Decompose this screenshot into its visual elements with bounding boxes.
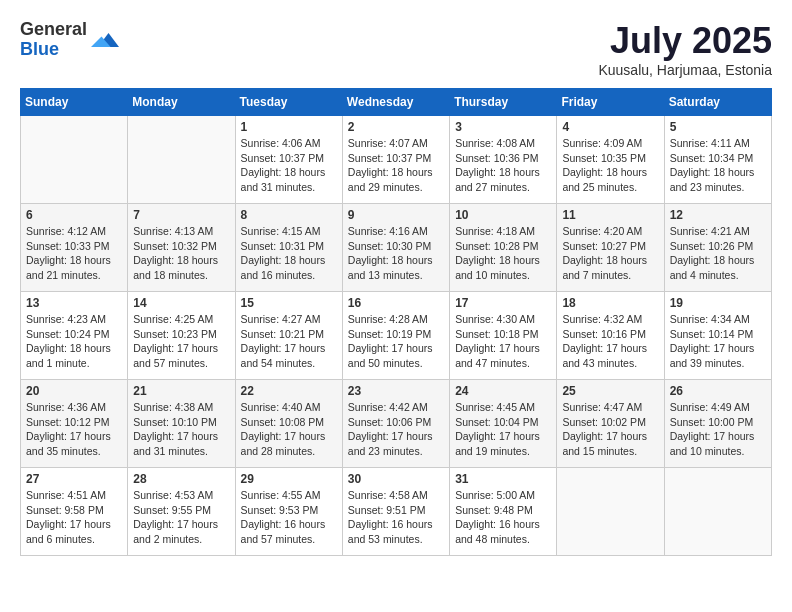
day-number: 3 — [455, 120, 551, 134]
cell-info: Sunrise: 4:55 AMSunset: 9:53 PMDaylight:… — [241, 488, 337, 547]
day-number: 15 — [241, 296, 337, 310]
cell-info: Sunrise: 4:16 AMSunset: 10:30 PMDaylight… — [348, 224, 444, 283]
logo: General Blue — [20, 20, 119, 60]
calendar-week-row: 27Sunrise: 4:51 AMSunset: 9:58 PMDayligh… — [21, 468, 772, 556]
calendar-cell: 31Sunrise: 5:00 AMSunset: 9:48 PMDayligh… — [450, 468, 557, 556]
day-number: 25 — [562, 384, 658, 398]
page-header: General Blue July 2025 Kuusalu, Harjumaa… — [20, 20, 772, 78]
day-number: 6 — [26, 208, 122, 222]
calendar-cell: 28Sunrise: 4:53 AMSunset: 9:55 PMDayligh… — [128, 468, 235, 556]
cell-info: Sunrise: 4:34 AMSunset: 10:14 PMDaylight… — [670, 312, 766, 371]
cell-info: Sunrise: 4:27 AMSunset: 10:21 PMDaylight… — [241, 312, 337, 371]
day-number: 12 — [670, 208, 766, 222]
calendar-cell: 10Sunrise: 4:18 AMSunset: 10:28 PMDaylig… — [450, 204, 557, 292]
day-number: 4 — [562, 120, 658, 134]
calendar-header-row: SundayMondayTuesdayWednesdayThursdayFrid… — [21, 89, 772, 116]
cell-info: Sunrise: 4:30 AMSunset: 10:18 PMDaylight… — [455, 312, 551, 371]
day-number: 13 — [26, 296, 122, 310]
day-number: 26 — [670, 384, 766, 398]
calendar-cell: 15Sunrise: 4:27 AMSunset: 10:21 PMDaylig… — [235, 292, 342, 380]
calendar-cell — [664, 468, 771, 556]
day-number: 2 — [348, 120, 444, 134]
cell-info: Sunrise: 4:13 AMSunset: 10:32 PMDaylight… — [133, 224, 229, 283]
logo-icon — [91, 26, 119, 54]
calendar-week-row: 6Sunrise: 4:12 AMSunset: 10:33 PMDayligh… — [21, 204, 772, 292]
logo-blue-text: Blue — [20, 40, 87, 60]
month-year: July 2025 — [598, 20, 772, 62]
cell-info: Sunrise: 4:38 AMSunset: 10:10 PMDaylight… — [133, 400, 229, 459]
cell-info: Sunrise: 4:47 AMSunset: 10:02 PMDaylight… — [562, 400, 658, 459]
calendar-day-header: Wednesday — [342, 89, 449, 116]
calendar-table: SundayMondayTuesdayWednesdayThursdayFrid… — [20, 88, 772, 556]
day-number: 1 — [241, 120, 337, 134]
day-number: 21 — [133, 384, 229, 398]
calendar-week-row: 20Sunrise: 4:36 AMSunset: 10:12 PMDaylig… — [21, 380, 772, 468]
calendar-cell: 22Sunrise: 4:40 AMSunset: 10:08 PMDaylig… — [235, 380, 342, 468]
calendar-cell: 26Sunrise: 4:49 AMSunset: 10:00 PMDaylig… — [664, 380, 771, 468]
day-number: 5 — [670, 120, 766, 134]
calendar-cell: 8Sunrise: 4:15 AMSunset: 10:31 PMDayligh… — [235, 204, 342, 292]
day-number: 8 — [241, 208, 337, 222]
cell-info: Sunrise: 4:09 AMSunset: 10:35 PMDaylight… — [562, 136, 658, 195]
day-number: 19 — [670, 296, 766, 310]
cell-info: Sunrise: 4:28 AMSunset: 10:19 PMDaylight… — [348, 312, 444, 371]
day-number: 7 — [133, 208, 229, 222]
calendar-cell: 4Sunrise: 4:09 AMSunset: 10:35 PMDayligh… — [557, 116, 664, 204]
cell-info: Sunrise: 4:18 AMSunset: 10:28 PMDaylight… — [455, 224, 551, 283]
day-number: 27 — [26, 472, 122, 486]
calendar-day-header: Friday — [557, 89, 664, 116]
calendar-cell: 16Sunrise: 4:28 AMSunset: 10:19 PMDaylig… — [342, 292, 449, 380]
calendar-day-header: Saturday — [664, 89, 771, 116]
calendar-cell: 19Sunrise: 4:34 AMSunset: 10:14 PMDaylig… — [664, 292, 771, 380]
cell-info: Sunrise: 4:21 AMSunset: 10:26 PMDaylight… — [670, 224, 766, 283]
day-number: 10 — [455, 208, 551, 222]
cell-info: Sunrise: 4:40 AMSunset: 10:08 PMDaylight… — [241, 400, 337, 459]
day-number: 20 — [26, 384, 122, 398]
cell-info: Sunrise: 4:12 AMSunset: 10:33 PMDaylight… — [26, 224, 122, 283]
cell-info: Sunrise: 4:36 AMSunset: 10:12 PMDaylight… — [26, 400, 122, 459]
calendar-cell: 7Sunrise: 4:13 AMSunset: 10:32 PMDayligh… — [128, 204, 235, 292]
cell-info: Sunrise: 4:49 AMSunset: 10:00 PMDaylight… — [670, 400, 766, 459]
cell-info: Sunrise: 4:06 AMSunset: 10:37 PMDaylight… — [241, 136, 337, 195]
calendar-cell: 24Sunrise: 4:45 AMSunset: 10:04 PMDaylig… — [450, 380, 557, 468]
cell-info: Sunrise: 5:00 AMSunset: 9:48 PMDaylight:… — [455, 488, 551, 547]
calendar-cell: 1Sunrise: 4:06 AMSunset: 10:37 PMDayligh… — [235, 116, 342, 204]
cell-info: Sunrise: 4:15 AMSunset: 10:31 PMDaylight… — [241, 224, 337, 283]
day-number: 9 — [348, 208, 444, 222]
day-number: 16 — [348, 296, 444, 310]
calendar-cell: 29Sunrise: 4:55 AMSunset: 9:53 PMDayligh… — [235, 468, 342, 556]
calendar-cell: 3Sunrise: 4:08 AMSunset: 10:36 PMDayligh… — [450, 116, 557, 204]
calendar-cell — [128, 116, 235, 204]
day-number: 31 — [455, 472, 551, 486]
calendar-cell: 25Sunrise: 4:47 AMSunset: 10:02 PMDaylig… — [557, 380, 664, 468]
day-number: 22 — [241, 384, 337, 398]
calendar-cell: 9Sunrise: 4:16 AMSunset: 10:30 PMDayligh… — [342, 204, 449, 292]
cell-info: Sunrise: 4:20 AMSunset: 10:27 PMDaylight… — [562, 224, 658, 283]
calendar-cell: 2Sunrise: 4:07 AMSunset: 10:37 PMDayligh… — [342, 116, 449, 204]
day-number: 11 — [562, 208, 658, 222]
cell-info: Sunrise: 4:11 AMSunset: 10:34 PMDaylight… — [670, 136, 766, 195]
day-number: 30 — [348, 472, 444, 486]
day-number: 14 — [133, 296, 229, 310]
calendar-cell: 21Sunrise: 4:38 AMSunset: 10:10 PMDaylig… — [128, 380, 235, 468]
logo-general-text: General — [20, 20, 87, 40]
cell-info: Sunrise: 4:32 AMSunset: 10:16 PMDaylight… — [562, 312, 658, 371]
cell-info: Sunrise: 4:07 AMSunset: 10:37 PMDaylight… — [348, 136, 444, 195]
calendar-cell: 20Sunrise: 4:36 AMSunset: 10:12 PMDaylig… — [21, 380, 128, 468]
day-number: 24 — [455, 384, 551, 398]
day-number: 28 — [133, 472, 229, 486]
cell-info: Sunrise: 4:23 AMSunset: 10:24 PMDaylight… — [26, 312, 122, 371]
day-number: 23 — [348, 384, 444, 398]
cell-info: Sunrise: 4:58 AMSunset: 9:51 PMDaylight:… — [348, 488, 444, 547]
calendar-cell: 30Sunrise: 4:58 AMSunset: 9:51 PMDayligh… — [342, 468, 449, 556]
day-number: 29 — [241, 472, 337, 486]
calendar-day-header: Thursday — [450, 89, 557, 116]
calendar-cell: 17Sunrise: 4:30 AMSunset: 10:18 PMDaylig… — [450, 292, 557, 380]
calendar-day-header: Tuesday — [235, 89, 342, 116]
calendar-day-header: Monday — [128, 89, 235, 116]
day-number: 18 — [562, 296, 658, 310]
day-number: 17 — [455, 296, 551, 310]
calendar-cell: 11Sunrise: 4:20 AMSunset: 10:27 PMDaylig… — [557, 204, 664, 292]
calendar-week-row: 1Sunrise: 4:06 AMSunset: 10:37 PMDayligh… — [21, 116, 772, 204]
calendar-cell: 27Sunrise: 4:51 AMSunset: 9:58 PMDayligh… — [21, 468, 128, 556]
